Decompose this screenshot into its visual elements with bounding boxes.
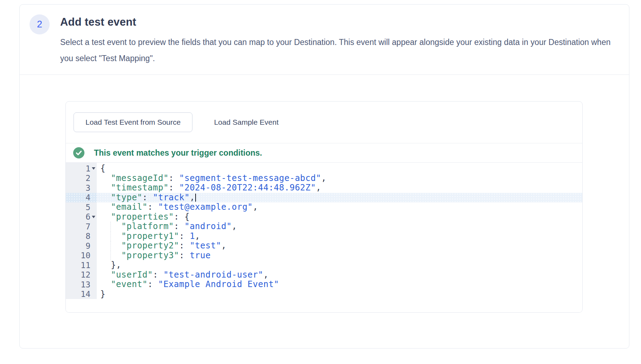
- arrow-slot: [90, 270, 97, 280]
- code-line[interactable]: "userId": "test-android-user",: [97, 270, 582, 280]
- token-s: "Example Android Event": [158, 279, 279, 289]
- arrow-slot: [90, 290, 97, 299]
- gutter-line: 12: [66, 270, 97, 280]
- status-message: This event matches your trigger conditio…: [94, 148, 262, 158]
- line-number: 5: [85, 203, 90, 212]
- line-number: 7: [85, 222, 90, 231]
- chevron-down-icon: [92, 216, 95, 218]
- token-p: :: [169, 183, 179, 193]
- token-p: :: [179, 231, 190, 241]
- token-p: ,: [316, 183, 321, 193]
- code-line[interactable]: },: [97, 260, 582, 270]
- token-k: "property3": [121, 251, 179, 260]
- line-number: 8: [85, 232, 90, 241]
- arrow-slot: [90, 260, 97, 270]
- indent-guide: [110, 241, 111, 251]
- card-header: 2 Add test event Select a test event to …: [20, 5, 629, 75]
- check-circle-icon: [73, 147, 84, 158]
- gutter-line: 13: [66, 280, 97, 290]
- gutter-line: 5: [66, 202, 97, 212]
- token-s: "segment-test-message-abcd": [179, 173, 321, 183]
- token-p: :: [169, 173, 179, 183]
- token-p: [100, 183, 111, 193]
- fold-toggle-icon[interactable]: [90, 212, 97, 222]
- indent-guide: [110, 232, 111, 241]
- code-line[interactable]: "property1": 1,: [97, 232, 582, 241]
- token-k: "properties": [111, 212, 174, 222]
- code-line[interactable]: "properties": {: [97, 212, 582, 222]
- code-line[interactable]: "event": "Example Android Event": [97, 280, 582, 290]
- code-line[interactable]: "property3": true: [97, 251, 582, 261]
- gutter-line: 10: [66, 251, 97, 261]
- token-k: "messageId": [111, 173, 169, 183]
- token-k: "type": [111, 193, 142, 202]
- arrow-slot: [90, 232, 97, 241]
- arrow-slot: [90, 183, 97, 193]
- gutter-line: 11: [66, 260, 97, 270]
- code-line[interactable]: "property2": "test",: [97, 241, 582, 251]
- step-badge: 2: [30, 14, 50, 34]
- chevron-down-icon: [92, 167, 95, 170]
- load-test-event-button[interactable]: Load Test Event from Source: [74, 112, 192, 132]
- gutter-line: 14: [66, 290, 97, 299]
- card-body: Load Test Event from Source Load Sample …: [20, 75, 629, 313]
- code-line[interactable]: {: [97, 164, 582, 174]
- fold-toggle-icon[interactable]: [90, 164, 97, 174]
- toolbar: Load Test Event from Source Load Sample …: [66, 102, 582, 143]
- json-editor[interactable]: 1234567891011121314 { "messageId": "segm…: [66, 163, 582, 312]
- token-k: "email": [111, 202, 148, 212]
- line-number: 4: [85, 193, 90, 202]
- arrow-slot: [90, 193, 97, 203]
- test-event-panel: Load Test Event from Source Load Sample …: [65, 101, 583, 313]
- token-s: "2024-08-20T22:44:48.962Z": [179, 183, 316, 193]
- gutter-line: 2: [66, 174, 97, 183]
- line-number: 1: [85, 164, 90, 173]
- step-description: Select a test event to preview the field…: [60, 34, 615, 66]
- token-p: [100, 173, 111, 183]
- token-p: },: [100, 260, 121, 270]
- token-p: [100, 193, 111, 202]
- line-number: 11: [81, 261, 90, 270]
- token-p: {: [100, 163, 106, 173]
- code-line[interactable]: "type": "track",: [97, 193, 582, 203]
- code-line[interactable]: "email": "test@example.org",: [97, 202, 582, 212]
- token-p: :: [179, 251, 190, 260]
- arrow-slot: [90, 241, 97, 251]
- line-number: 12: [81, 270, 90, 279]
- gutter-line: 7: [66, 222, 97, 232]
- token-k: "event": [111, 279, 148, 289]
- gutter-line: 3: [66, 183, 97, 193]
- editor-gutter: 1234567891011121314: [66, 163, 97, 312]
- token-s: "android": [184, 221, 232, 231]
- arrow-slot: [90, 280, 97, 290]
- step-number: 2: [37, 19, 42, 30]
- token-k: "platform": [121, 221, 174, 231]
- token-p: ,: [263, 270, 268, 280]
- line-number: 9: [85, 241, 90, 251]
- code-line[interactable]: }: [97, 290, 582, 299]
- token-k: "timestamp": [111, 183, 169, 193]
- token-p: [100, 279, 111, 289]
- indent-guide: [110, 222, 111, 232]
- status-row: This event matches your trigger conditio…: [66, 143, 582, 163]
- load-sample-event-button[interactable]: Load Sample Event: [205, 112, 287, 132]
- token-k: "property1": [121, 231, 179, 241]
- token-p: [100, 270, 111, 280]
- token-p: ,: [232, 221, 237, 231]
- editor-code[interactable]: { "messageId": "segment-test-message-abc…: [97, 163, 582, 312]
- token-p: [100, 212, 111, 222]
- line-number: 13: [81, 280, 90, 289]
- line-number: 14: [81, 290, 90, 299]
- code-line[interactable]: "platform": "android",: [97, 222, 582, 232]
- code-line[interactable]: "messageId": "segment-test-message-abcd"…: [97, 174, 582, 183]
- gutter-line: 1: [66, 164, 97, 174]
- token-p: :: [148, 279, 158, 289]
- token-s: "track": [153, 193, 190, 202]
- token-p: ,: [195, 231, 200, 241]
- code-line[interactable]: "timestamp": "2024-08-20T22:44:48.962Z",: [97, 183, 582, 193]
- arrow-slot: [90, 222, 97, 232]
- token-p: : {: [174, 212, 190, 222]
- token-b: true: [190, 251, 211, 260]
- token-k: "property2": [121, 241, 179, 251]
- text-cursor: [195, 194, 196, 202]
